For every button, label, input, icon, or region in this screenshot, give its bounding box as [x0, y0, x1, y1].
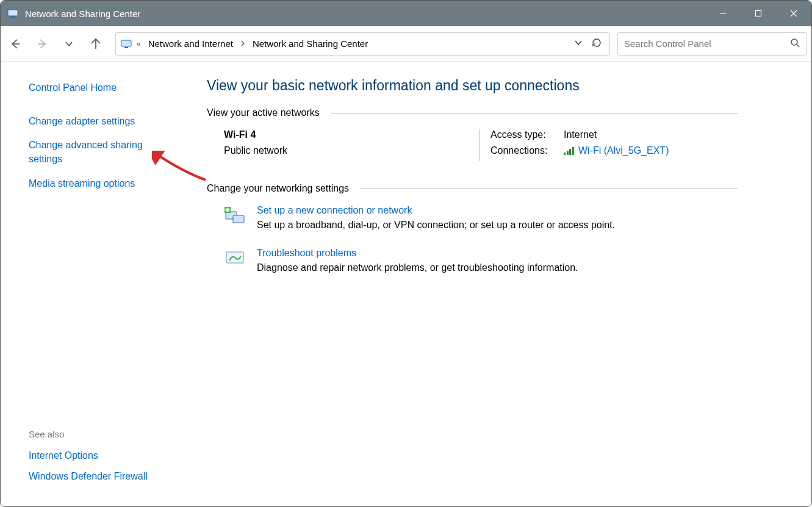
sidebar-link-media-streaming[interactable]: Media streaming options	[29, 176, 175, 190]
window-frame: Network and Sharing Center	[0, 0, 812, 507]
sidebar: Control Panel Home Change adapter settin…	[1, 62, 190, 506]
search-icon[interactable]	[790, 38, 800, 49]
wifi-signal-icon	[564, 146, 575, 155]
network-type: Public network	[224, 145, 468, 156]
svg-rect-1	[11, 16, 15, 18]
svg-rect-14	[233, 215, 244, 223]
active-network-right: Access type: Internet Connections: Wi-Fi…	[490, 129, 669, 161]
setup-connection-link[interactable]: Set up a new connection or network	[257, 205, 412, 216]
svg-rect-17	[226, 209, 230, 211]
recent-dropdown-button[interactable]	[57, 32, 81, 56]
svg-rect-3	[756, 11, 761, 16]
see-also-internet-options[interactable]: Internet Options	[29, 450, 175, 461]
setting-item-setup-connection: Set up a new connection or network Set u…	[224, 205, 738, 231]
svg-rect-10	[124, 47, 128, 48]
svg-line-12	[797, 45, 799, 47]
troubleshoot-desc: Diagnose and repair network problems, or…	[257, 262, 578, 273]
active-network-left: Wi-Fi 4 Public network	[224, 129, 468, 161]
search-box[interactable]	[617, 32, 807, 56]
divider	[331, 113, 738, 113]
address-bar[interactable]: « Network and Internet Network and Shari…	[115, 32, 610, 56]
setup-connection-icon	[224, 205, 246, 227]
connection-link[interactable]: Wi-Fi (Alvi_5G_EXT)	[578, 145, 669, 156]
body: Control Panel Home Change adapter settin…	[1, 62, 811, 506]
maximize-button[interactable]	[741, 1, 776, 26]
sidebar-link-adapter-settings[interactable]: Change adapter settings	[29, 114, 175, 128]
sidebar-home-link[interactable]: Control Panel Home	[29, 82, 175, 93]
toolbar: « Network and Internet Network and Shari…	[1, 26, 811, 62]
app-icon	[7, 7, 19, 20]
section-active-label: View your active networks	[207, 107, 320, 118]
access-type-value: Internet	[564, 129, 597, 140]
refresh-button[interactable]	[591, 37, 602, 50]
section-change-label: Change your networking settings	[207, 183, 349, 194]
search-input[interactable]	[624, 38, 790, 49]
active-network-block: Wi-Fi 4 Public network Access type: Inte…	[224, 129, 738, 161]
breadcrumb-parent[interactable]: Network and Internet	[145, 36, 237, 51]
vertical-divider	[479, 129, 480, 161]
network-name: Wi-Fi 4	[224, 129, 468, 140]
svg-rect-0	[8, 10, 18, 16]
back-button[interactable]	[3, 32, 27, 56]
setting-item-troubleshoot: Troubleshoot problems Diagnose and repai…	[224, 248, 738, 273]
minimize-button[interactable]	[705, 1, 741, 26]
troubleshoot-link[interactable]: Troubleshoot problems	[257, 248, 356, 259]
close-button[interactable]	[776, 1, 811, 26]
up-button[interactable]	[84, 32, 108, 56]
svg-rect-9	[121, 40, 131, 46]
window-controls	[705, 1, 811, 26]
window-title: Network and Sharing Center	[25, 9, 705, 19]
control-panel-icon	[120, 37, 133, 51]
section-change-settings: Change your networking settings	[207, 183, 738, 194]
troubleshoot-icon	[224, 248, 246, 270]
main-content: View your basic network information and …	[190, 62, 811, 506]
chevron-right-icon	[240, 40, 245, 48]
forward-button[interactable]	[30, 32, 54, 56]
access-type-label: Access type:	[490, 129, 564, 140]
breadcrumb-current[interactable]: Network and Sharing Center	[249, 36, 372, 51]
breadcrumb-chevron-icon: «	[137, 40, 141, 48]
connections-label: Connections:	[490, 145, 564, 156]
see-also-header: See also	[29, 429, 175, 439]
title-bar: Network and Sharing Center	[1, 1, 811, 26]
divider	[360, 189, 738, 189]
sidebar-link-advanced-sharing[interactable]: Change advanced sharing settings	[29, 138, 175, 166]
page-title: View your basic network information and …	[207, 77, 738, 94]
see-also-defender-firewall[interactable]: Windows Defender Firewall	[29, 471, 175, 482]
address-dropdown-button[interactable]	[574, 38, 583, 49]
svg-point-11	[791, 39, 797, 45]
section-active-networks: View your active networks	[207, 107, 738, 118]
setup-connection-desc: Set up a broadband, dial-up, or VPN conn…	[257, 220, 615, 231]
